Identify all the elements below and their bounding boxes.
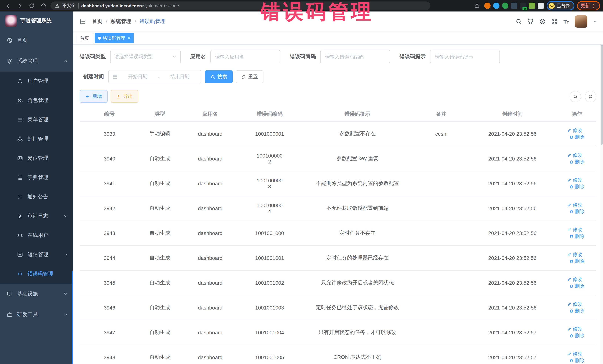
help-icon[interactable] [539, 18, 546, 25]
browser-home-button[interactable] [39, 1, 48, 11]
chevron-down-icon [63, 292, 68, 296]
delete-link[interactable]: 删除 [569, 332, 585, 339]
cell-remark [416, 320, 467, 345]
cell-type: 自动生成 [139, 270, 181, 295]
start-date-placeholder: 开始日期 [121, 73, 155, 80]
ext-white-puzzle-icon[interactable] [538, 3, 544, 9]
page-scrollbar-thumb[interactable] [601, 34, 603, 145]
search-icon[interactable] [515, 18, 522, 25]
error-code-input[interactable] [324, 54, 386, 60]
log-icon [17, 213, 23, 219]
delete-link[interactable]: 删除 [569, 283, 585, 289]
delete-link[interactable]: 删除 [569, 208, 585, 215]
browser-back-button[interactable] [3, 1, 13, 11]
filter-msg-label: 错误码提示 [400, 53, 426, 60]
cell-id: 3944 [80, 246, 139, 270]
cell-app: dashboard [181, 246, 240, 270]
sidebar-item-online-users[interactable]: 在线用户 [0, 226, 73, 245]
ext-orange-circle-icon[interactable] [484, 3, 491, 9]
search-button[interactable]: 搜索 [205, 70, 233, 83]
ext-blue-grid-icon[interactable] [511, 3, 517, 9]
github-icon[interactable] [527, 18, 534, 25]
profile-chip[interactable]: 已暂停 [547, 1, 574, 10]
cell-time: 2021-04-20 23:52:57 [467, 320, 557, 345]
browser-forward-button[interactable] [15, 1, 24, 11]
edit-link[interactable]: 修改 [567, 177, 582, 184]
fullscreen-icon[interactable] [551, 18, 558, 25]
bookmark-star-button[interactable] [472, 1, 482, 11]
sidebar-item-home[interactable]: 首页 [0, 30, 73, 51]
edit-link[interactable]: 修改 [567, 301, 582, 308]
delete-link[interactable]: 删除 [569, 159, 585, 165]
browser-menu-icon[interactable] [591, 3, 596, 8]
breadcrumb-item-1[interactable]: 系统管理 [111, 18, 131, 25]
cell-remark [416, 146, 467, 171]
sidebar-item-system-management[interactable]: 系统管理 [0, 51, 73, 72]
error-msg-input[interactable] [434, 54, 496, 60]
app-name-input[interactable] [214, 54, 276, 60]
breadcrumb-item-0[interactable]: 首页 [92, 18, 103, 25]
error-type-select[interactable]: 请选择错误码类型 [110, 50, 181, 63]
sidebar-item-post-management[interactable]: 岗位管理 [0, 149, 73, 168]
edit-link[interactable]: 修改 [567, 202, 582, 208]
app-logo: 芋道管理系统 [0, 11, 73, 30]
edit-link[interactable]: 修改 [567, 276, 582, 283]
browser-reload-button[interactable] [27, 1, 36, 11]
delete-link[interactable]: 删除 [569, 233, 585, 240]
edit-link[interactable]: 修改 [567, 251, 582, 258]
refresh-table-button[interactable] [585, 91, 596, 102]
edit-link[interactable]: 修改 [567, 152, 582, 159]
edit-icon [567, 203, 572, 207]
export-button[interactable]: 导出 [111, 90, 139, 103]
breadcrumb-separator: / [106, 19, 107, 24]
sidebar-item-audit-log[interactable]: 审计日志 [0, 207, 73, 226]
sidebar-item-sms-management[interactable]: 短信管理 [0, 245, 73, 264]
cell-time: 2021-04-20 23:52:56 [467, 221, 557, 246]
edit-link[interactable]: 修改 [567, 226, 582, 233]
ext-green-key-icon[interactable] [529, 3, 535, 9]
sidebar-item-infrastructure[interactable]: 基础设施 [0, 284, 73, 304]
font-size-icon[interactable]: TT [563, 18, 570, 25]
toggle-search-button[interactable] [570, 91, 581, 102]
ext-dark-list-icon[interactable]: on [520, 3, 526, 9]
sidebar-item-error-code-management[interactable]: 错误码管理 [0, 264, 73, 284]
delete-link[interactable]: 删除 [569, 357, 585, 364]
home-icon [40, 3, 46, 9]
table-row: 3939手动编辑dashboard1001000001参数配置不存在ceshi2… [80, 121, 596, 146]
add-button[interactable]: 新增 [80, 90, 108, 103]
browser-update-button[interactable]: 更新 [577, 1, 600, 10]
delete-link[interactable]: 删除 [569, 308, 585, 314]
user-avatar[interactable] [575, 15, 587, 28]
tab-error-code-management[interactable]: 错误码管理 × [95, 33, 134, 43]
column-header-7: 操作 [557, 107, 596, 121]
edit-link[interactable]: 修改 [567, 127, 582, 134]
sidebar-item-dict-management[interactable]: 字典管理 [0, 168, 73, 187]
caret-down-icon[interactable] [593, 19, 597, 24]
tab-close-icon[interactable]: × [128, 36, 130, 41]
sidebar-item-dev-tools[interactable]: 研发工具 [0, 304, 73, 325]
ext-blue-gem-icon[interactable] [493, 3, 499, 9]
sidebar-item-menu-management[interactable]: 菜单管理 [0, 110, 73, 129]
cell-actions: 修改删除 [557, 146, 596, 171]
sidebar-item-role-management[interactable]: 角色管理 [0, 91, 73, 110]
trash-icon [569, 234, 574, 239]
address-bar[interactable]: 不安全 dashboard.yudao.iocoder.cn/system/er… [50, 1, 430, 10]
delete-link[interactable]: 删除 [569, 184, 585, 190]
edit-icon [567, 327, 572, 331]
hamburger-icon[interactable] [79, 18, 86, 25]
cell-app: dashboard [181, 270, 240, 295]
delete-link[interactable]: 删除 [569, 258, 585, 265]
sidebar-item-notice-announcement[interactable]: 通知公告 [0, 187, 73, 207]
delete-link[interactable]: 删除 [569, 134, 585, 141]
edit-link[interactable]: 修改 [567, 351, 582, 357]
column-header-5: 备注 [416, 107, 467, 121]
sidebar-item-user-management[interactable]: 用户管理 [0, 72, 73, 91]
sidebar-scrollbar-thumb[interactable] [72, 271, 73, 364]
sidebar-item-dept-management[interactable]: 部门管理 [0, 129, 73, 149]
cell-code: 1001001003 [240, 295, 299, 320]
edit-link[interactable]: 修改 [567, 326, 582, 332]
ext-green-circle-icon[interactable] [502, 3, 508, 9]
date-range-picker[interactable]: 开始日期 - 结束日期 [108, 70, 201, 83]
reset-button[interactable]: 重置 [236, 70, 264, 83]
tab-home[interactable]: 首页 [77, 33, 93, 43]
